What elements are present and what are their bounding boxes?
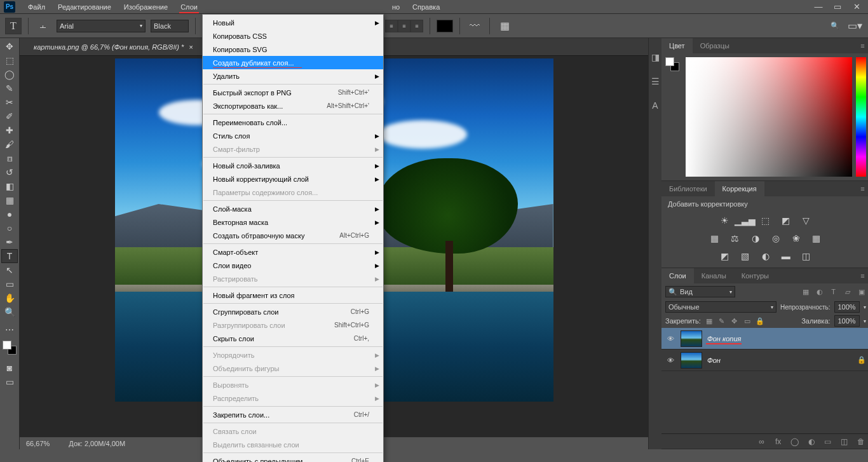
marquee-tool-icon[interactable]: ⬚ <box>1 53 18 67</box>
threshold-icon[interactable]: ◐ <box>759 250 773 262</box>
layer-row[interactable]: 👁 Фон 🔒 <box>661 350 868 371</box>
tab-paths[interactable]: Контуры <box>734 268 776 283</box>
menu-item[interactable]: Слои видео▶ <box>203 259 383 272</box>
levels-icon[interactable]: ▁▃▅ <box>738 214 752 227</box>
posterize-icon[interactable]: ▧ <box>738 250 752 262</box>
menu-item[interactable]: Быстрый экспорт в PNGShift+Ctrl+' <box>203 86 383 99</box>
align-center-icon[interactable]: ≡ <box>398 20 410 32</box>
menu-item[interactable]: Создать дубликат слоя... <box>203 56 383 69</box>
tab-layers[interactable]: Слои <box>661 268 694 283</box>
font-select[interactable]: Arial▾ <box>57 20 146 32</box>
panels-icon[interactable]: ▦ <box>496 18 513 34</box>
zoom-tool-icon[interactable]: 🔍 <box>1 305 18 319</box>
text-color-swatch[interactable] <box>437 20 453 32</box>
pen-tool-icon[interactable]: ✒ <box>1 235 18 249</box>
visibility-icon[interactable]: 👁 <box>665 355 675 365</box>
color-fg-bg[interactable] <box>665 57 682 177</box>
history-panel-icon[interactable]: ◨ <box>649 51 661 64</box>
move-tool-icon[interactable]: ✥ <box>1 39 18 53</box>
quick-select-tool-icon[interactable]: ✎ <box>1 81 18 95</box>
tool-preset-icon[interactable]: T <box>5 18 22 34</box>
panel-menu-icon[interactable]: ≡ <box>855 185 868 193</box>
lock-artboard-icon[interactable]: ▭ <box>743 316 752 325</box>
lock-position-icon[interactable]: ✥ <box>730 316 739 325</box>
mask-icon[interactable]: ◯ <box>790 437 800 446</box>
text-orientation-icon[interactable]: ⫠ <box>35 18 51 34</box>
menu-item[interactable]: Векторная маска▶ <box>203 215 383 229</box>
tab-adjustments[interactable]: Коррекция <box>715 181 764 196</box>
bw-icon[interactable]: ◑ <box>749 232 763 245</box>
maximize-icon[interactable]: ▭ <box>829 1 846 13</box>
search-icon[interactable]: 🔍 <box>829 20 841 32</box>
exposure-icon[interactable]: ◩ <box>779 214 793 227</box>
align-right-icon[interactable]: ≡ <box>410 20 423 32</box>
menu-item[interactable]: Копировать CSS <box>203 29 383 43</box>
blur-tool-icon[interactable]: ● <box>1 207 18 221</box>
filter-adjust-icon[interactable]: ◐ <box>815 287 824 296</box>
color-field[interactable] <box>686 57 852 177</box>
type-tool-icon[interactable]: T <box>1 249 18 263</box>
eyedropper-tool-icon[interactable]: ✐ <box>1 109 18 123</box>
menu-item[interactable]: Удалить▶ <box>203 69 383 83</box>
minimize-icon[interactable]: — <box>810 1 827 13</box>
close-icon[interactable]: ✕ <box>848 1 865 13</box>
link-icon[interactable]: ∞ <box>757 437 767 446</box>
crop-tool-icon[interactable]: ✂ <box>1 95 18 109</box>
properties-panel-icon[interactable]: ☰ <box>649 75 661 88</box>
gradient-map-icon[interactable]: ▬ <box>779 250 793 262</box>
edit-toolbar-icon[interactable]: ⋯ <box>1 323 18 337</box>
path-tool-icon[interactable]: ↖ <box>1 263 18 277</box>
hue-slider[interactable] <box>856 57 866 177</box>
menu-item[interactable]: Переименовать слой... <box>203 116 383 129</box>
layer-name[interactable]: Фон копия <box>707 335 741 343</box>
layer-name[interactable]: Фон <box>707 357 721 364</box>
brush-tool-icon[interactable]: 🖌 <box>1 137 18 151</box>
menu-window[interactable]: но <box>386 1 406 13</box>
adjust-layer-icon[interactable]: ◐ <box>806 437 817 446</box>
panel-menu-icon[interactable]: ≡ <box>855 42 868 50</box>
curves-icon[interactable]: ⬚ <box>759 214 773 227</box>
fg-bg-colors[interactable] <box>1 339 18 358</box>
font-style-select[interactable]: Black <box>151 20 189 32</box>
menu-item[interactable]: Стиль слоя▶ <box>203 129 383 142</box>
layer-row[interactable]: 👁 Фон копия <box>661 328 868 350</box>
filter-smart-icon[interactable]: ▣ <box>857 287 866 296</box>
menu-item[interactable]: Закрепить слои...Ctrl+/ <box>203 408 383 421</box>
menu-edit[interactable]: Редактирование <box>51 1 118 13</box>
selective-icon[interactable]: ◫ <box>799 250 813 262</box>
quickmask-icon[interactable]: ◙ <box>1 361 18 375</box>
gradient-tool-icon[interactable]: ▦ <box>1 193 18 207</box>
heal-tool-icon[interactable]: ✚ <box>1 123 18 137</box>
fx-icon[interactable]: fx <box>773 437 783 446</box>
document-tab[interactable]: картинка.png @ 66,7% (Фон копия, RGB/8#)… <box>27 39 200 55</box>
lock-all-icon[interactable]: 🔒 <box>756 316 764 325</box>
warp-text-icon[interactable]: 〰 <box>466 18 483 34</box>
lookup-icon[interactable]: ▦ <box>810 232 824 245</box>
panel-menu-icon[interactable]: ≡ <box>855 272 868 280</box>
align-left-icon[interactable]: ≡ <box>385 20 398 32</box>
opacity-input[interactable]: 100% <box>834 301 860 313</box>
filter-type-select[interactable]: 🔍Вид▾ <box>665 286 735 297</box>
history-brush-tool-icon[interactable]: ↺ <box>1 165 18 179</box>
visibility-icon[interactable]: 👁 <box>665 334 675 344</box>
eraser-tool-icon[interactable]: ◧ <box>1 179 18 193</box>
menu-item[interactable]: Копировать SVG <box>203 43 383 56</box>
stamp-tool-icon[interactable]: ⧈ <box>1 151 18 165</box>
fill-input[interactable]: 100% <box>834 315 860 327</box>
hand-tool-icon[interactable]: ✋ <box>1 291 18 305</box>
menu-item[interactable]: Сгруппировать слоиCtrl+G <box>203 305 383 318</box>
hue-icon[interactable]: ▦ <box>708 232 722 245</box>
workspace-icon[interactable]: ▭▾ <box>846 18 863 34</box>
vibrance-icon[interactable]: ▽ <box>799 214 813 227</box>
lock-pixels-icon[interactable]: ▦ <box>705 316 714 325</box>
mixer-icon[interactable]: ❀ <box>789 232 803 245</box>
menu-item[interactable]: Слой-маска▶ <box>203 202 383 215</box>
photo-filter-icon[interactable]: ◎ <box>769 232 783 245</box>
tab-close-icon[interactable]: × <box>189 43 193 51</box>
menu-item[interactable]: Новый▶ <box>203 16 383 29</box>
tab-channels[interactable]: Каналы <box>694 268 734 283</box>
menu-item[interactable]: Новый слой-заливка▶ <box>203 159 383 172</box>
menu-item[interactable]: Создать обтравочную маскуAlt+Ctrl+G <box>203 229 383 242</box>
tab-swatches[interactable]: Образцы <box>693 38 737 53</box>
filter-type-icon[interactable]: T <box>829 287 838 296</box>
